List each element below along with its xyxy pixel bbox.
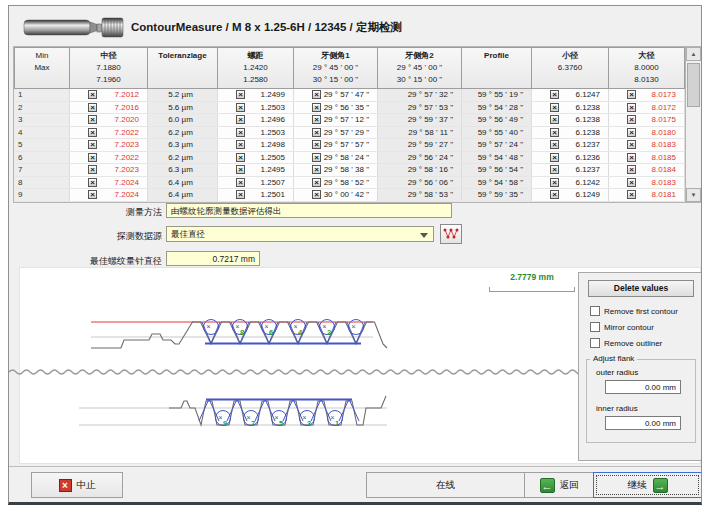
column-header[interactable]: 大径8.00008.0130: [609, 47, 685, 89]
inner-radius-input[interactable]: 0.00 mm: [605, 416, 681, 430]
checked-checkbox-icon[interactable]: [236, 103, 245, 112]
remove-first-contour-checkbox[interactable]: Remove first contour: [590, 306, 678, 316]
cell-value: 1: [18, 90, 22, 99]
checked-checkbox-icon[interactable]: [550, 140, 559, 149]
outer-radius-input[interactable]: 0.00 mm: [605, 380, 681, 394]
checked-checkbox-icon[interactable]: [236, 140, 245, 149]
checkbox-icon[interactable]: [590, 306, 600, 316]
column-header[interactable]: Toleranzlage: [148, 47, 218, 89]
source-select[interactable]: 最佳直径: [166, 226, 434, 242]
scroll-down-icon[interactable]: ▼: [686, 188, 701, 202]
column-header[interactable]: 小径6.3760: [532, 47, 609, 89]
checked-checkbox-icon[interactable]: [88, 90, 97, 99]
table-row[interactable]: 57.20236.3 µm1.249829 ° 57 ' 57 "29 ° 59…: [14, 139, 701, 152]
checked-checkbox-icon[interactable]: [550, 90, 559, 99]
checked-checkbox-icon[interactable]: [312, 128, 321, 137]
continue-button[interactable]: 继续 →: [593, 472, 702, 498]
checkbox-icon[interactable]: [590, 338, 600, 348]
outer-radius-label: outer radius: [596, 368, 638, 377]
table-scrollbar[interactable]: ▲ ▼: [685, 47, 701, 202]
mirror-contour-checkbox[interactable]: Mirror contour: [590, 322, 654, 332]
show-points-button[interactable]: [440, 224, 462, 244]
table-cell: 59 ° 54 ' 48 ": [462, 152, 532, 164]
table-cell: 6.0 µm: [148, 114, 218, 126]
table-row[interactable]: 97.20246.4 µm1.250130 ° 00 ' 42 "29 ° 58…: [14, 189, 701, 202]
checked-checkbox-icon[interactable]: [627, 190, 636, 199]
checked-checkbox-icon[interactable]: [550, 103, 559, 112]
checked-checkbox-icon[interactable]: [312, 115, 321, 124]
checked-checkbox-icon[interactable]: [312, 153, 321, 162]
checked-checkbox-icon[interactable]: [312, 103, 321, 112]
checked-checkbox-icon[interactable]: [627, 140, 636, 149]
measurement-table: MinMax中径7.18807.1960Toleranzlage螺距1.2420…: [13, 46, 702, 203]
checked-checkbox-icon[interactable]: [550, 190, 559, 199]
wire-diameter-field[interactable]: 0.7217 mm: [166, 251, 260, 266]
checkbox-icon[interactable]: [590, 322, 600, 332]
checked-checkbox-icon[interactable]: [550, 153, 559, 162]
table-cell: 29 ° 59 ' 27 ": [378, 139, 462, 151]
cell-value: 59 ° 54 ' 48 ": [478, 153, 523, 162]
checked-checkbox-icon[interactable]: [236, 190, 245, 199]
checked-checkbox-icon[interactable]: [88, 178, 97, 187]
column-header[interactable]: 中径7.18807.1960: [70, 47, 148, 89]
checked-checkbox-icon[interactable]: [88, 140, 97, 149]
checked-checkbox-icon[interactable]: [627, 103, 636, 112]
checked-checkbox-icon[interactable]: [88, 190, 97, 199]
table-row[interactable]: 37.20206.0 µm1.249629 ° 57 ' 12 "29 ° 59…: [14, 114, 701, 127]
checked-checkbox-icon[interactable]: [312, 165, 321, 174]
checked-checkbox-icon[interactable]: [88, 115, 97, 124]
arrow-right-icon: →: [653, 478, 668, 493]
remove-outliner-checkbox[interactable]: Remove outliner: [590, 338, 662, 348]
checked-checkbox-icon[interactable]: [550, 128, 559, 137]
checked-checkbox-icon[interactable]: [627, 153, 636, 162]
checked-checkbox-icon[interactable]: [550, 115, 559, 124]
checked-checkbox-icon[interactable]: [236, 90, 245, 99]
checked-checkbox-icon[interactable]: [627, 165, 636, 174]
checked-checkbox-icon[interactable]: [312, 190, 321, 199]
table-row[interactable]: 77.20236.3 µm1.249529 ° 58 ' 38 "29 ° 58…: [14, 164, 701, 177]
table-cell: 7.2023: [70, 139, 148, 151]
checked-checkbox-icon[interactable]: [88, 153, 97, 162]
scroll-up-icon[interactable]: ▲: [686, 47, 701, 61]
abort-button[interactable]: × 中止: [31, 472, 123, 498]
cell-value: 1.2503: [261, 103, 285, 112]
table-row[interactable]: 27.20165.6 µm1.250329 ° 56 ' 35 "29 ° 57…: [14, 102, 701, 115]
checked-checkbox-icon[interactable]: [236, 165, 245, 174]
table-row[interactable]: 87.20246.4 µm1.250729 ° 58 ' 52 "29 ° 56…: [14, 177, 701, 190]
checked-checkbox-icon[interactable]: [550, 165, 559, 174]
checked-checkbox-icon[interactable]: [88, 165, 97, 174]
arrow-left-icon: ←: [540, 478, 555, 493]
checked-checkbox-icon[interactable]: [627, 90, 636, 99]
cell-value: 5: [18, 140, 22, 149]
table-cell: 29 ° 58 ' 52 ": [294, 177, 378, 189]
column-header[interactable]: 螺距1.24201.2580: [218, 47, 294, 89]
checked-checkbox-icon[interactable]: [627, 128, 636, 137]
cell-value: 29 ° 57 ' 57 ": [324, 140, 369, 149]
table-row[interactable]: 67.20226.2 µm1.250529 ° 58 ' 24 "29 ° 56…: [14, 152, 701, 165]
checked-checkbox-icon[interactable]: [312, 90, 321, 99]
checked-checkbox-icon[interactable]: [236, 128, 245, 137]
method-field[interactable]: 由螺纹轮廓测量数据评估得出: [166, 203, 452, 218]
table-cell: 29 ° 57 ' 32 ": [378, 89, 462, 101]
checked-checkbox-icon[interactable]: [550, 178, 559, 187]
column-header[interactable]: MinMax: [14, 47, 70, 89]
table-cell: 5.6 µm: [148, 102, 218, 114]
checked-checkbox-icon[interactable]: [88, 128, 97, 137]
column-header[interactable]: 牙侧角229 ° 45 ' 00 "30 ° 15 ' 00 ": [378, 47, 462, 89]
checked-checkbox-icon[interactable]: [236, 153, 245, 162]
checked-checkbox-icon[interactable]: [88, 103, 97, 112]
checked-checkbox-icon[interactable]: [236, 115, 245, 124]
checked-checkbox-icon[interactable]: [312, 140, 321, 149]
column-header[interactable]: 牙侧角129 ° 45 ' 00 "30 ° 15 ' 00 ": [294, 47, 378, 89]
back-button[interactable]: ← 返回: [524, 472, 593, 498]
delete-values-button[interactable]: Delete values: [588, 280, 694, 297]
checked-checkbox-icon[interactable]: [312, 178, 321, 187]
column-header[interactable]: Profile: [462, 47, 532, 89]
table-row[interactable]: 17.20125.2 µm1.249929 ° 57 ' 47 "29 ° 57…: [14, 89, 701, 102]
checked-checkbox-icon[interactable]: [627, 178, 636, 187]
table-row[interactable]: 47.20226.2 µm1.250329 ° 57 ' 29 "29 ° 58…: [14, 127, 701, 140]
checked-checkbox-icon[interactable]: [627, 115, 636, 124]
online-status[interactable]: 在线: [366, 472, 524, 498]
checked-checkbox-icon[interactable]: [236, 178, 245, 187]
scrollbar-thumb[interactable]: [687, 63, 700, 107]
